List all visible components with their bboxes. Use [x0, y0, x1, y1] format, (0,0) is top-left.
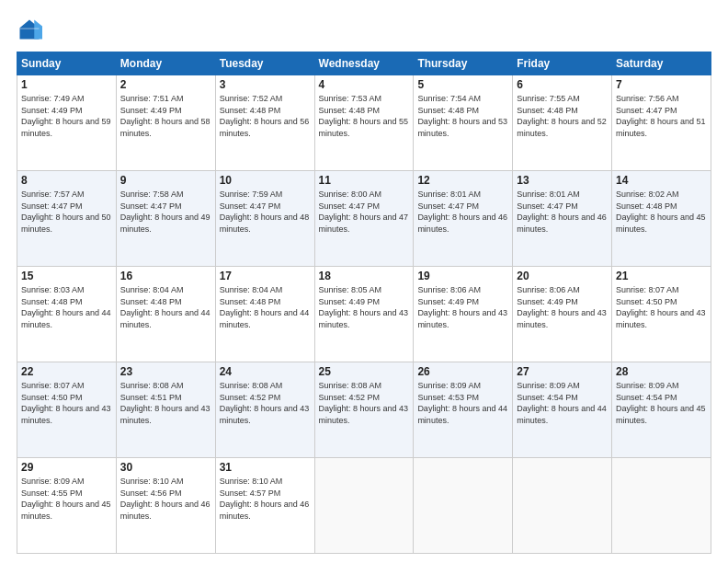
calendar-cell: 19 Sunrise: 8:06 AM Sunset: 4:49 PM Dayl… — [414, 267, 513, 362]
calendar-week-row: 22 Sunrise: 8:07 AM Sunset: 4:50 PM Dayl… — [17, 362, 711, 458]
sunset-label: Sunset: 4:48 PM — [517, 106, 578, 115]
sunrise-label: Sunrise: 8:06 AM — [417, 285, 481, 294]
sunrise-label: Sunrise: 7:56 AM — [616, 94, 679, 103]
calendar-cell: 18 Sunrise: 8:05 AM Sunset: 4:49 PM Dayl… — [314, 267, 414, 362]
day-info: Sunrise: 8:08 AM Sunset: 4:52 PM Dayligh… — [220, 380, 311, 426]
day-number: 14 — [616, 174, 707, 187]
day-number: 25 — [319, 365, 410, 378]
day-number: 16 — [120, 270, 211, 282]
daylight-label: Daylight: 8 hours and 55 minutes. — [319, 117, 409, 138]
svg-rect-2 — [20, 28, 40, 29]
calendar-cell: 1 Sunrise: 7:49 AM Sunset: 4:49 PM Dayli… — [17, 75, 117, 171]
calendar-cell: 20 Sunrise: 8:06 AM Sunset: 4:49 PM Dayl… — [513, 267, 612, 362]
calendar-cell: 15 Sunrise: 8:03 AM Sunset: 4:48 PM Dayl… — [17, 267, 117, 362]
col-friday: Friday — [513, 52, 612, 75]
day-info: Sunrise: 7:55 AM Sunset: 4:48 PM Dayligh… — [517, 93, 608, 139]
sunrise-label: Sunrise: 8:09 AM — [517, 381, 580, 390]
calendar-cell: 16 Sunrise: 8:04 AM Sunset: 4:48 PM Dayl… — [116, 267, 215, 362]
daylight-label: Daylight: 8 hours and 43 minutes. — [616, 308, 706, 329]
sunset-label: Sunset: 4:49 PM — [319, 297, 381, 306]
day-info: Sunrise: 7:58 AM Sunset: 4:47 PM Dayligh… — [120, 189, 211, 235]
sunrise-label: Sunrise: 8:00 AM — [319, 190, 382, 199]
calendar-week-row: 15 Sunrise: 8:03 AM Sunset: 4:48 PM Dayl… — [17, 267, 711, 362]
sunset-label: Sunset: 4:49 PM — [120, 106, 182, 115]
sunrise-label: Sunrise: 7:53 AM — [319, 94, 382, 103]
sunrise-label: Sunrise: 7:49 AM — [21, 94, 85, 103]
day-number: 12 — [417, 174, 508, 187]
calendar-cell: 11 Sunrise: 8:00 AM Sunset: 4:47 PM Dayl… — [314, 171, 414, 267]
daylight-label: Daylight: 8 hours and 43 minutes. — [120, 404, 210, 425]
sunrise-label: Sunrise: 7:54 AM — [417, 94, 481, 103]
daylight-label: Daylight: 8 hours and 46 minutes. — [120, 500, 210, 521]
day-info: Sunrise: 8:00 AM Sunset: 4:47 PM Dayligh… — [319, 189, 410, 235]
col-saturday: Saturday — [612, 52, 711, 75]
sunrise-label: Sunrise: 7:57 AM — [21, 190, 85, 199]
sunrise-label: Sunrise: 8:01 AM — [417, 190, 481, 199]
daylight-label: Daylight: 8 hours and 44 minutes. — [417, 404, 507, 425]
calendar-cell: 5 Sunrise: 7:54 AM Sunset: 4:48 PM Dayli… — [414, 75, 513, 171]
daylight-label: Daylight: 8 hours and 43 minutes. — [517, 308, 607, 329]
calendar-week-row: 1 Sunrise: 7:49 AM Sunset: 4:49 PM Dayli… — [17, 75, 711, 171]
sunset-label: Sunset: 4:48 PM — [616, 201, 677, 211]
sunset-label: Sunset: 4:49 PM — [517, 297, 578, 306]
day-info: Sunrise: 8:08 AM Sunset: 4:52 PM Dayligh… — [319, 380, 410, 426]
day-number: 27 — [517, 365, 608, 378]
sunrise-label: Sunrise: 8:02 AM — [616, 190, 679, 199]
daylight-label: Daylight: 8 hours and 50 minutes. — [21, 213, 111, 234]
calendar-cell: 22 Sunrise: 8:07 AM Sunset: 4:50 PM Dayl… — [17, 362, 117, 458]
day-info: Sunrise: 8:03 AM Sunset: 4:48 PM Dayligh… — [21, 284, 112, 330]
day-info: Sunrise: 7:59 AM Sunset: 4:47 PM Dayligh… — [220, 189, 311, 235]
daylight-label: Daylight: 8 hours and 45 minutes. — [616, 404, 706, 425]
calendar-header-row: Sunday Monday Tuesday Wednesday Thursday… — [17, 52, 711, 75]
day-number: 22 — [21, 365, 112, 378]
sunset-label: Sunset: 4:48 PM — [21, 297, 83, 306]
sunrise-label: Sunrise: 8:06 AM — [517, 285, 580, 294]
daylight-label: Daylight: 8 hours and 56 minutes. — [220, 117, 310, 138]
day-number: 18 — [319, 270, 410, 282]
sunset-label: Sunset: 4:48 PM — [319, 106, 381, 115]
day-number: 26 — [417, 365, 508, 378]
sunset-label: Sunset: 4:50 PM — [616, 297, 677, 306]
day-number: 31 — [220, 461, 311, 474]
daylight-label: Daylight: 8 hours and 43 minutes. — [319, 308, 409, 329]
daylight-label: Daylight: 8 hours and 52 minutes. — [517, 117, 607, 138]
sunset-label: Sunset: 4:53 PM — [417, 393, 479, 402]
calendar-week-row: 8 Sunrise: 7:57 AM Sunset: 4:47 PM Dayli… — [17, 171, 711, 267]
calendar-page: Sunday Monday Tuesday Wednesday Thursday… — [0, 0, 728, 563]
sunrise-label: Sunrise: 7:59 AM — [220, 190, 283, 199]
sunset-label: Sunset: 4:47 PM — [417, 201, 479, 211]
daylight-label: Daylight: 8 hours and 45 minutes. — [616, 213, 706, 234]
sunset-label: Sunset: 4:47 PM — [21, 201, 83, 211]
calendar-week-row: 29 Sunrise: 8:09 AM Sunset: 4:55 PM Dayl… — [17, 458, 711, 554]
sunrise-label: Sunrise: 7:51 AM — [120, 94, 184, 103]
day-number: 7 — [616, 78, 707, 91]
day-number: 3 — [220, 78, 311, 91]
sunrise-label: Sunrise: 8:10 AM — [220, 477, 283, 486]
calendar-cell: 30 Sunrise: 8:10 AM Sunset: 4:56 PM Dayl… — [116, 458, 215, 554]
day-info: Sunrise: 8:09 AM Sunset: 4:54 PM Dayligh… — [616, 380, 707, 426]
calendar-cell — [314, 458, 414, 554]
calendar-cell: 26 Sunrise: 8:09 AM Sunset: 4:53 PM Dayl… — [414, 362, 513, 458]
daylight-label: Daylight: 8 hours and 44 minutes. — [21, 308, 111, 329]
calendar-cell: 7 Sunrise: 7:56 AM Sunset: 4:47 PM Dayli… — [612, 75, 711, 171]
day-number: 10 — [220, 174, 311, 187]
calendar-cell: 23 Sunrise: 8:08 AM Sunset: 4:51 PM Dayl… — [116, 362, 215, 458]
sunset-label: Sunset: 4:48 PM — [220, 106, 281, 115]
daylight-label: Daylight: 8 hours and 47 minutes. — [319, 213, 409, 234]
day-info: Sunrise: 7:54 AM Sunset: 4:48 PM Dayligh… — [417, 93, 508, 139]
day-info: Sunrise: 8:06 AM Sunset: 4:49 PM Dayligh… — [417, 284, 508, 330]
daylight-label: Daylight: 8 hours and 43 minutes. — [319, 404, 409, 425]
sunset-label: Sunset: 4:50 PM — [21, 393, 83, 402]
sunrise-label: Sunrise: 8:09 AM — [21, 477, 85, 486]
calendar-cell: 28 Sunrise: 8:09 AM Sunset: 4:54 PM Dayl… — [612, 362, 711, 458]
col-wednesday: Wednesday — [314, 52, 414, 75]
calendar-cell: 3 Sunrise: 7:52 AM Sunset: 4:48 PM Dayli… — [215, 75, 314, 171]
sunset-label: Sunset: 4:47 PM — [616, 106, 677, 115]
sunset-label: Sunset: 4:56 PM — [120, 488, 182, 498]
calendar-cell: 14 Sunrise: 8:02 AM Sunset: 4:48 PM Dayl… — [612, 171, 711, 267]
daylight-label: Daylight: 8 hours and 43 minutes. — [21, 404, 111, 425]
day-info: Sunrise: 8:08 AM Sunset: 4:51 PM Dayligh… — [120, 380, 211, 426]
calendar-cell: 6 Sunrise: 7:55 AM Sunset: 4:48 PM Dayli… — [513, 75, 612, 171]
calendar-cell: 25 Sunrise: 8:08 AM Sunset: 4:52 PM Dayl… — [314, 362, 414, 458]
sunset-label: Sunset: 4:52 PM — [220, 393, 281, 402]
